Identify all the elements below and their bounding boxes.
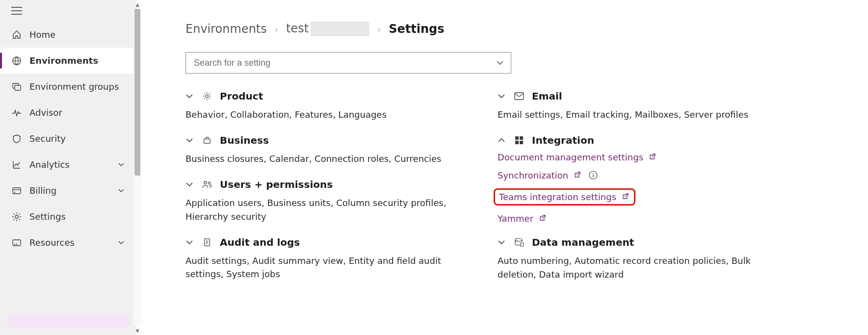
nav-label: Settings: [29, 211, 66, 222]
section-email: Email Email settings, Email tracking, Ma…: [498, 90, 782, 122]
nav-environments[interactable]: Environments: [0, 48, 136, 74]
section-header-datamgmt[interactable]: Data management: [498, 236, 782, 248]
nav-home[interactable]: Home: [0, 22, 136, 48]
settings-search[interactable]: [185, 52, 511, 74]
nav-label: Billing: [29, 185, 56, 196]
nav-label: Environments: [29, 55, 98, 66]
nav-environment-groups[interactable]: Environment groups: [0, 74, 136, 100]
svg-rect-6: [13, 188, 21, 194]
link-label: Synchronization: [498, 170, 568, 180]
svg-rect-9: [13, 240, 21, 246]
info-icon[interactable]: [589, 171, 598, 180]
database-icon: [514, 238, 524, 247]
svg-rect-5: [15, 85, 21, 90]
link-label: Yammer: [498, 213, 533, 224]
nav-label: Security: [29, 133, 66, 144]
users-icon: [202, 180, 212, 189]
svg-point-12: [206, 95, 208, 97]
breadcrumb-env[interactable]: test: [286, 22, 369, 36]
section-title: Integration: [532, 134, 594, 146]
nav-settings[interactable]: Settings: [0, 204, 136, 230]
nav-advisor[interactable]: Advisor: [0, 100, 136, 126]
open-external-icon: [573, 171, 581, 179]
chevron-down-icon: [185, 180, 194, 188]
gear-icon: [12, 212, 22, 222]
windows-icon: [514, 136, 524, 145]
globe-icon: [12, 56, 22, 66]
section-header-integration[interactable]: Integration: [498, 134, 782, 146]
svg-point-14: [204, 181, 207, 183]
billing-icon: [12, 186, 22, 196]
chevron-down-icon: [118, 187, 125, 194]
section-subtitle: Auto numbering, Automatic record creatio…: [498, 254, 782, 282]
gear-icon: [202, 92, 212, 101]
nav-security[interactable]: Security: [0, 126, 136, 152]
svg-rect-22: [520, 141, 523, 144]
link-document-management[interactable]: Document management settings: [498, 152, 656, 162]
section-product: Product Behavior, Collaboration, Feature…: [185, 90, 470, 122]
integration-links: Document management settings Synchroniza…: [498, 152, 782, 224]
nav-resources[interactable]: Resources: [0, 230, 136, 256]
app-root: Home Environments Environment groups Adv…: [0, 0, 868, 335]
chevron-down-icon: [118, 161, 125, 168]
sidebar: Home Environments Environment groups Adv…: [0, 0, 136, 335]
svg-point-26: [515, 238, 522, 241]
svg-point-15: [208, 182, 210, 184]
chevron-right-icon: ›: [377, 24, 381, 34]
breadcrumb-current: Settings: [389, 22, 444, 36]
svg-point-8: [15, 215, 18, 218]
svg-rect-13: [204, 139, 210, 143]
open-external-icon: [621, 193, 629, 201]
chevron-down-icon[interactable]: [496, 59, 504, 67]
chart-icon: [12, 160, 22, 170]
svg-rect-18: [515, 93, 524, 100]
redacted-area: [311, 22, 369, 36]
link-teams-integration[interactable]: Teams integration settings: [494, 188, 635, 206]
chevron-down-icon: [185, 92, 194, 100]
nav-list: Home Environments Environment groups Adv…: [0, 22, 136, 256]
section-subtitle: Audit settings, Audit summary view, Enti…: [185, 254, 470, 282]
svg-rect-25: [593, 175, 593, 177]
home-icon: [12, 30, 22, 40]
section-header-email[interactable]: Email: [498, 90, 782, 102]
chevron-down-icon: [118, 239, 125, 246]
chevron-down-icon: [498, 238, 506, 246]
section-integration: Integration Document management settings…: [498, 134, 782, 224]
settings-columns: Product Behavior, Collaboration, Feature…: [185, 90, 839, 294]
section-header-audit[interactable]: Audit and logs: [185, 236, 470, 248]
svg-point-10: [14, 243, 15, 244]
section-header-users[interactable]: Users + permissions: [185, 179, 470, 190]
link-label: Teams integration settings: [499, 192, 616, 202]
nav-label: Resources: [29, 237, 75, 248]
bottom-promo-card[interactable]: [7, 314, 130, 328]
link-yammer[interactable]: Yammer: [498, 213, 546, 224]
audit-icon: [202, 238, 212, 247]
section-title: Email: [532, 90, 562, 102]
breadcrumb-environments[interactable]: Environments: [185, 22, 267, 36]
hamburger-button[interactable]: [0, 0, 136, 22]
svg-point-7: [14, 191, 15, 192]
nav-analytics[interactable]: Analytics: [0, 152, 136, 178]
link-label: Document management settings: [498, 152, 643, 162]
chevron-down-icon: [498, 92, 506, 100]
section-title: Audit and logs: [220, 236, 300, 248]
nav-billing[interactable]: Billing: [0, 178, 136, 204]
pulse-icon: [12, 108, 22, 118]
resources-icon: [12, 238, 22, 248]
svg-point-24: [593, 173, 594, 174]
section-header-business[interactable]: Business: [185, 134, 470, 146]
section-subtitle: Business closures, Calendar, Connection …: [185, 152, 470, 166]
section-title: Product: [220, 90, 263, 102]
shield-icon: [12, 134, 22, 144]
nav-label: Home: [29, 29, 55, 40]
svg-rect-27: [521, 243, 524, 246]
link-synchronization[interactable]: Synchronization: [498, 170, 598, 180]
nav-label: Analytics: [29, 159, 70, 170]
section-header-product[interactable]: Product: [185, 90, 470, 102]
svg-point-11: [16, 243, 17, 244]
main-content: Environments › test › Settings Prod: [136, 0, 868, 335]
svg-rect-16: [210, 185, 211, 187]
svg-rect-21: [515, 141, 519, 144]
section-title: Business: [220, 134, 269, 146]
search-input[interactable]: [193, 57, 496, 69]
